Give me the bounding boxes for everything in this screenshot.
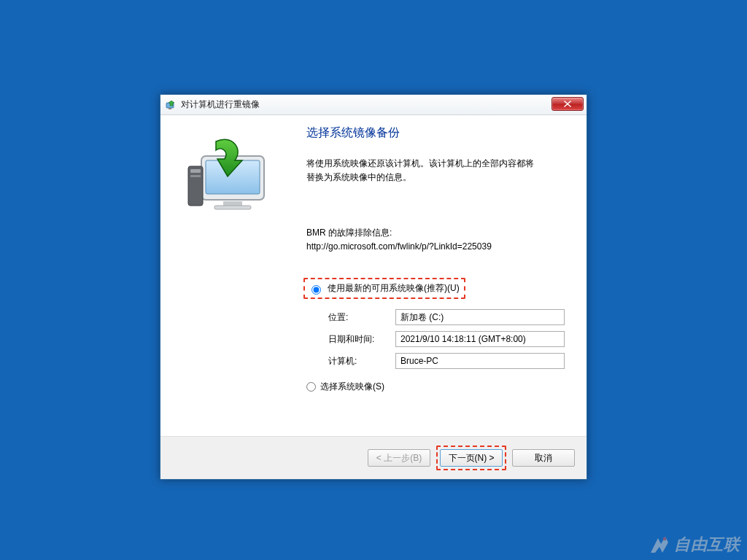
- bmr-info-label: BMR 的故障排除信息:: [306, 226, 566, 240]
- bmr-info-url: http://go.microsoft.com/fwlink/p/?LinkId…: [306, 240, 566, 254]
- close-button[interactable]: [551, 97, 584, 111]
- datetime-value: 2021/9/10 14:18:11 (GMT+8:00): [395, 331, 565, 347]
- radio-select-image-label: 选择系统映像(S): [320, 381, 384, 393]
- computer-label: 计算机:: [328, 355, 395, 368]
- wizard-footer: < 上一步(B) 下一页(N) > 取消: [160, 436, 587, 479]
- close-icon: [564, 101, 571, 107]
- radio-use-latest-label: 使用最新的可用系统映像(推荐)(U): [328, 282, 460, 295]
- app-icon: [165, 99, 177, 111]
- next-button[interactable]: 下一页(N) >: [440, 449, 503, 467]
- radio-select-image[interactable]: [306, 382, 316, 392]
- option-select-row[interactable]: 选择系统映像(S): [306, 381, 566, 393]
- desktop: 对计算机进行重镜像: [0, 0, 747, 560]
- wizard-content-pane: 选择系统镜像备份 将使用系统映像还原该计算机。该计算机上的全部内容都将替换为系统…: [299, 115, 587, 436]
- wizard-body: 选择系统镜像备份 将使用系统映像还原该计算机。该计算机上的全部内容都将替换为系统…: [160, 115, 587, 479]
- next-button-highlight: 下一页(N) >: [436, 446, 506, 470]
- svg-rect-4: [223, 201, 242, 206]
- titlebar[interactable]: 对计算机进行重镜像: [160, 95, 587, 115]
- svg-rect-1: [169, 108, 171, 109]
- cancel-button[interactable]: 取消: [512, 449, 575, 467]
- computer-value: Bruce-PC: [395, 353, 565, 369]
- location-label: 位置:: [328, 311, 395, 324]
- watermark: 自由互联: [648, 534, 740, 556]
- svg-rect-7: [190, 169, 201, 173]
- image-details: 位置: 新加卷 (C:) 日期和时间: 2021/9/10 14:18:11 (…: [328, 309, 566, 369]
- watermark-icon: [648, 534, 670, 556]
- watermark-text: 自由互联: [674, 534, 740, 556]
- datetime-label: 日期和时间:: [328, 333, 395, 346]
- option-latest-highlight: 使用最新的可用系统映像(推荐)(U): [303, 278, 465, 299]
- radio-use-latest[interactable]: [311, 285, 321, 295]
- svg-point-9: [663, 537, 667, 541]
- window-title: 对计算机进行重镜像: [181, 98, 260, 111]
- wizard-window: 对计算机进行重镜像: [160, 94, 587, 480]
- page-description: 将使用系统映像还原该计算机。该计算机上的全部内容都将替换为系统映像中的信息。: [306, 157, 540, 184]
- page-heading: 选择系统镜像备份: [306, 125, 566, 141]
- location-value: 新加卷 (C:): [395, 309, 565, 325]
- restore-image-icon: [174, 128, 276, 230]
- svg-rect-8: [190, 175, 201, 177]
- back-button[interactable]: < 上一步(B): [368, 449, 430, 467]
- svg-rect-5: [214, 206, 251, 209]
- bmr-info: BMR 的故障排除信息: http://go.microsoft.com/fwl…: [306, 226, 566, 253]
- wizard-graphic-pane: [160, 115, 299, 436]
